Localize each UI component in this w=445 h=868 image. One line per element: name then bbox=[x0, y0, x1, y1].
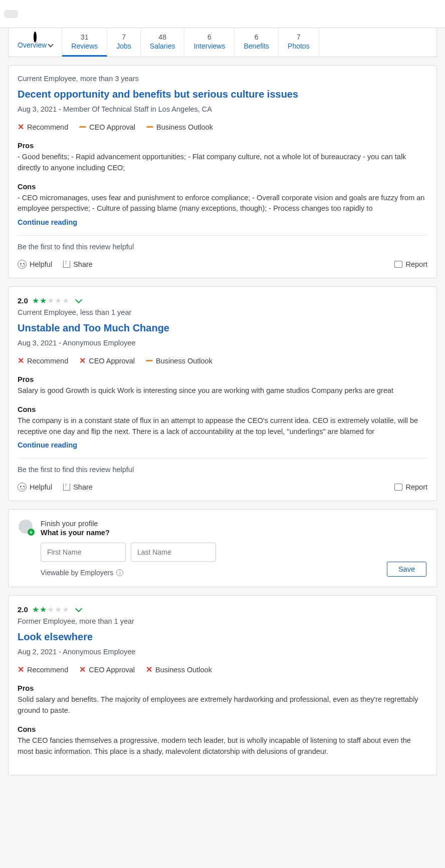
indicators: ✕RecommendCEO ApprovalBusiness Outlook bbox=[18, 122, 427, 132]
last-name-input[interactable] bbox=[131, 543, 216, 562]
indicator-business-outlook: ✕Business Outlook bbox=[146, 665, 212, 674]
browser-tab[interactable] bbox=[4, 10, 18, 18]
review-title[interactable]: Decent opportunity and benefits but seri… bbox=[18, 89, 427, 100]
review-card: 2.0★★★★★Current Employee, less than 1 ye… bbox=[8, 286, 437, 501]
pros-text: Solid salary and benefits. The majority … bbox=[18, 694, 427, 716]
tab-benefits[interactable]: 6Benefits bbox=[235, 28, 279, 57]
flag-icon bbox=[394, 261, 402, 268]
x-icon: ✕ bbox=[18, 665, 24, 674]
star-rating: ★★★★★ bbox=[32, 296, 69, 305]
indicators: ✕Recommend✕CEO Approval✕Business Outlook bbox=[18, 665, 427, 674]
indicator-ceo-approval: CEO Approval bbox=[79, 122, 135, 132]
review-meta: Aug 2, 2021 - Anonymous Employee bbox=[18, 648, 427, 656]
employee-status: Former Employee, more than 1 year bbox=[18, 617, 427, 625]
continue-reading-link[interactable]: Continue reading bbox=[18, 441, 427, 449]
share-icon bbox=[63, 261, 70, 268]
flag-icon bbox=[394, 484, 402, 491]
dash-icon bbox=[146, 360, 153, 361]
smile-icon bbox=[18, 260, 27, 269]
rating-row: 2.0★★★★★ bbox=[18, 605, 427, 614]
review-card: Current Employee, more than 3 yearsDecen… bbox=[8, 65, 437, 278]
review-meta: Aug 3, 2021 - Anonymous Employee bbox=[18, 339, 427, 347]
info-icon[interactable]: i bbox=[116, 569, 123, 576]
first-name-input[interactable] bbox=[41, 543, 126, 562]
browser-bar bbox=[0, 0, 445, 28]
x-icon: ✕ bbox=[18, 122, 24, 132]
avatar-placeholder-icon bbox=[19, 520, 33, 534]
continue-reading-link[interactable]: Continue reading bbox=[18, 218, 427, 226]
profile-prompt: Finish your profile bbox=[41, 520, 379, 528]
review-meta: Aug 3, 2021 - Member Of Technical Staff … bbox=[18, 105, 427, 113]
employee-status: Current Employee, more than 3 years bbox=[18, 75, 427, 83]
star-rating: ★★★★★ bbox=[32, 605, 69, 614]
pros-text: - Good benefits; - Rapid advancement opp… bbox=[18, 152, 427, 174]
profile-question: What is your name? bbox=[41, 529, 379, 537]
indicator-recommend: ✕Recommend bbox=[18, 356, 68, 365]
helpful-button[interactable]: Helpful bbox=[18, 483, 52, 492]
share-icon bbox=[63, 484, 70, 491]
indicator-business-outlook: Business Outlook bbox=[146, 356, 212, 365]
tab-salaries[interactable]: 48Salaries bbox=[141, 28, 185, 57]
indicator-business-outlook: Business Outlook bbox=[146, 122, 213, 132]
report-button[interactable]: Report bbox=[394, 260, 427, 268]
smile-icon bbox=[18, 483, 27, 492]
indicator-recommend: ✕Recommend bbox=[18, 122, 68, 132]
finish-profile-card: Finish your profileWhat is your name?Vie… bbox=[8, 509, 437, 587]
cons-text: The CEO fancies themselves a progressive… bbox=[18, 735, 427, 757]
helpful-button[interactable]: Helpful bbox=[18, 260, 52, 269]
tab-overview[interactable]: Overview bbox=[9, 28, 62, 57]
dash-icon bbox=[79, 126, 86, 128]
rating-row: 2.0★★★★★ bbox=[18, 296, 427, 305]
x-icon: ✕ bbox=[79, 356, 86, 365]
review-card: 2.0★★★★★Former Employee, more than 1 yea… bbox=[8, 595, 437, 775]
indicator-ceo-approval: ✕CEO Approval bbox=[79, 356, 135, 365]
chevron-down-icon bbox=[48, 42, 54, 47]
pros-text: Salary is good Growth is quick Work is i… bbox=[18, 385, 427, 396]
cons-text: - CEO micromanages, uses fear and punish… bbox=[18, 193, 427, 215]
indicator-ceo-approval: ✕CEO Approval bbox=[79, 665, 135, 674]
indicator-recommend: ✕Recommend bbox=[18, 665, 68, 674]
share-button[interactable]: Share bbox=[63, 260, 93, 268]
dash-icon bbox=[146, 126, 153, 128]
helpful-note: Be the first to find this review helpful bbox=[18, 243, 427, 251]
x-icon: ✕ bbox=[146, 665, 152, 674]
indicators: ✕Recommend✕CEO ApprovalBusiness Outlook bbox=[18, 356, 427, 365]
company-tabs: Overview31Reviews7Jobs48Salaries6Intervi… bbox=[8, 28, 437, 57]
x-icon: ✕ bbox=[79, 665, 86, 674]
x-icon: ✕ bbox=[18, 356, 24, 365]
chevron-down-icon[interactable] bbox=[75, 296, 82, 303]
report-button[interactable]: Report bbox=[394, 483, 427, 491]
helpful-note: Be the first to find this review helpful bbox=[18, 466, 427, 474]
cons-text: The company is in a constant state of fl… bbox=[18, 415, 427, 438]
tab-jobs[interactable]: 7Jobs bbox=[107, 28, 141, 57]
chevron-down-icon[interactable] bbox=[75, 605, 82, 612]
viewable-note: Viewable by Employers i bbox=[41, 569, 379, 577]
save-button[interactable]: Save bbox=[387, 562, 426, 577]
employee-status: Current Employee, less than 1 year bbox=[18, 308, 427, 316]
review-title[interactable]: Look elsewhere bbox=[18, 631, 427, 643]
tab-reviews[interactable]: 31Reviews bbox=[62, 28, 107, 57]
share-button[interactable]: Share bbox=[63, 483, 93, 491]
review-title[interactable]: Unstable and Too Much Change bbox=[18, 322, 427, 334]
tab-interviews[interactable]: 6Interviews bbox=[184, 28, 235, 57]
tab-photos[interactable]: 7Photos bbox=[279, 28, 319, 57]
